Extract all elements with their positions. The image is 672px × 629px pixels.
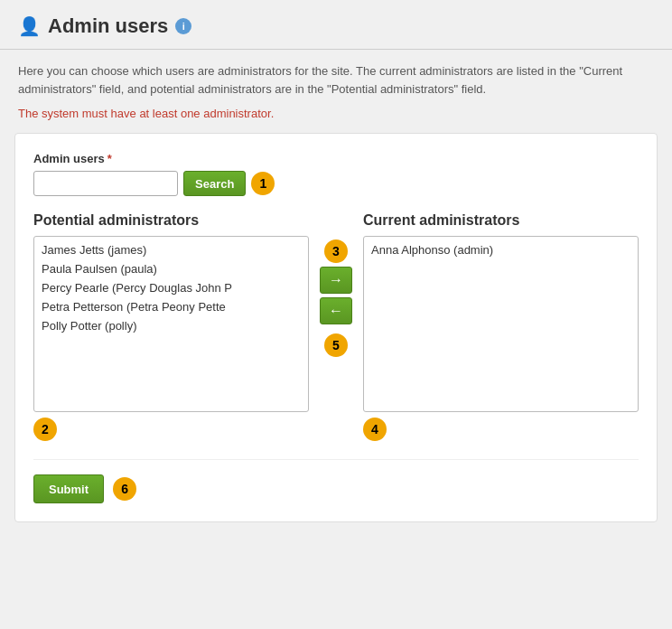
step-badge-6: 6	[113, 477, 136, 501]
list-item[interactable]: James Jetts (james)	[34, 240, 308, 259]
required-star: *	[107, 152, 112, 165]
search-input[interactable]	[33, 171, 178, 196]
admin-users-label: Admin users*	[33, 152, 639, 165]
move-right-button[interactable]: →	[320, 267, 352, 294]
warning-text: The system must have at least one admini…	[18, 107, 654, 120]
list-item[interactable]: Anna Alphonso (admin)	[364, 240, 638, 259]
list-item[interactable]: Paula Paulsen (paula)	[34, 259, 308, 278]
middle-controls: 3 → ← 5	[309, 212, 363, 357]
step-badge-5: 5	[324, 333, 348, 357]
page-header: 👤 Admin users i	[0, 0, 672, 50]
list-item[interactable]: Petra Petterson (Petra Peony Pette	[34, 297, 308, 316]
move-left-button[interactable]: ←	[320, 297, 352, 324]
person-icon: 👤	[18, 15, 41, 37]
step-badge-1: 1	[251, 172, 275, 195]
step-badge-3: 3	[324, 239, 348, 263]
potential-title: Potential administrators	[33, 212, 309, 229]
step-badge-4: 4	[363, 418, 387, 441]
list-item[interactable]: Percy Pearle (Percy Douglas John P	[34, 278, 308, 297]
search-row: Search 1	[33, 171, 639, 196]
current-administrators-section: Current administrators Anna Alphonso (ad…	[363, 212, 639, 441]
potential-list-box[interactable]: James Jetts (james)Paula Paulsen (paula)…	[33, 236, 309, 412]
info-icon[interactable]: i	[175, 18, 191, 34]
page-title: 👤 Admin users i	[18, 14, 191, 38]
submit-button[interactable]: Submit	[33, 474, 104, 503]
list-item[interactable]: Polly Potter (polly)	[34, 316, 308, 335]
description-text: Here you can choose which users are admi…	[18, 62, 654, 98]
description-area: Here you can choose which users are admi…	[0, 50, 672, 133]
search-button[interactable]: Search	[183, 171, 246, 196]
page-wrapper: 👤 Admin users i Here you can choose whic…	[0, 0, 672, 629]
step-badge-2: 2	[33, 418, 57, 441]
submit-area: Submit 6	[33, 459, 639, 503]
potential-administrators-section: Potential administrators James Jetts (ja…	[33, 212, 309, 441]
title-text: Admin users	[48, 14, 168, 38]
current-list-box[interactable]: Anna Alphonso (admin)	[363, 236, 639, 412]
current-title: Current administrators	[363, 212, 639, 229]
form-container: Admin users* Search 1 Potential administ…	[14, 133, 658, 522]
lists-area: Potential administrators James Jetts (ja…	[33, 212, 639, 441]
